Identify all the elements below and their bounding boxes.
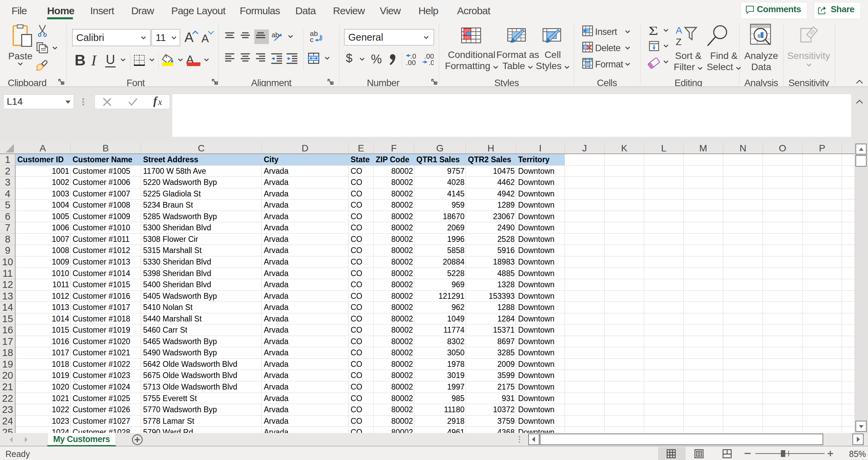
svg-text:c: c — [310, 36, 314, 43]
svg-text:A: A — [676, 25, 682, 36]
svg-text:.0: .0 — [429, 59, 434, 66]
svg-text:.00: .00 — [406, 59, 416, 66]
svg-text:Z: Z — [676, 37, 682, 47]
